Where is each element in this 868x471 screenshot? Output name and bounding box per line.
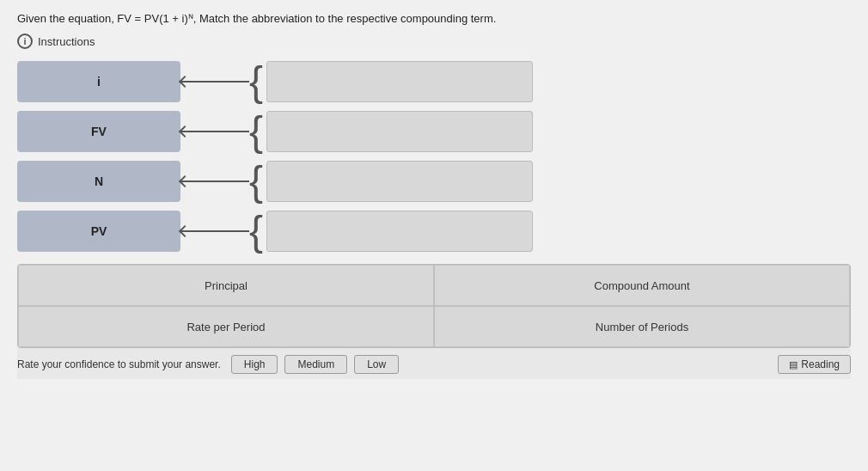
match-row-pv: PV {: [17, 211, 851, 252]
brace-fv: {: [249, 111, 263, 152]
brace-i: {: [249, 61, 263, 102]
instructions-link[interactable]: Instructions: [38, 35, 95, 48]
option-principal[interactable]: Principal: [18, 265, 434, 306]
brace-drop-fv: {: [249, 111, 533, 152]
brace-n: {: [249, 161, 263, 202]
brace-drop-n: {: [249, 161, 533, 202]
match-row-n: N {: [17, 161, 851, 202]
drop-box-n[interactable]: [266, 161, 533, 202]
drop-box-fv[interactable]: [266, 111, 533, 152]
arrow-line-fv: [180, 131, 249, 132]
confidence-bar: Rate your confidence to submit your answ…: [17, 348, 851, 379]
info-icon[interactable]: i: [17, 34, 33, 49]
arrow-line-i: [180, 81, 249, 83]
match-row-i: i {: [17, 61, 851, 102]
arrow-line-inner-i: [180, 81, 249, 83]
matching-area: i { FV { N: [17, 61, 851, 252]
arrow-line-pv: [180, 230, 249, 232]
medium-confidence-button[interactable]: Medium: [284, 355, 347, 374]
term-box-n[interactable]: N: [17, 161, 180, 202]
confidence-label: Rate your confidence to submit your answ…: [17, 358, 221, 370]
drop-box-pv[interactable]: [266, 211, 533, 252]
brace-pv: {: [249, 211, 263, 252]
option-rate-per-period[interactable]: Rate per Period: [18, 306, 434, 347]
option-compound-amount[interactable]: Compound Amount: [434, 265, 850, 306]
arrow-line-inner-pv: [180, 230, 249, 232]
term-box-i[interactable]: i: [17, 61, 180, 102]
option-number-of-periods[interactable]: Number of Periods: [434, 306, 850, 347]
bottom-section: Principal Compound Amount Rate per Perio…: [17, 264, 851, 348]
reading-icon: ▤: [789, 359, 798, 370]
low-confidence-button[interactable]: Low: [354, 355, 399, 374]
arrow-line-n: [180, 180, 249, 182]
match-row-fv: FV {: [17, 111, 851, 152]
arrow-line-inner-n: [180, 180, 249, 182]
answer-options: Principal Compound Amount Rate per Perio…: [18, 265, 850, 347]
brace-drop-i: {: [249, 61, 533, 102]
brace-drop-pv: {: [249, 211, 533, 252]
drop-box-i[interactable]: [266, 61, 533, 102]
high-confidence-button[interactable]: High: [231, 355, 278, 374]
reading-button[interactable]: ▤ Reading: [778, 355, 851, 374]
arrow-line-inner-fv: [180, 131, 249, 132]
term-box-pv[interactable]: PV: [17, 211, 180, 252]
term-box-fv[interactable]: FV: [17, 111, 180, 152]
main-container: Given the equation, FV = PV(1 + i)ᴺ, Mat…: [0, 0, 868, 471]
info-row: i Instructions: [17, 34, 851, 49]
instruction-text: Given the equation, FV = PV(1 + i)ᴺ, Mat…: [17, 12, 851, 25]
